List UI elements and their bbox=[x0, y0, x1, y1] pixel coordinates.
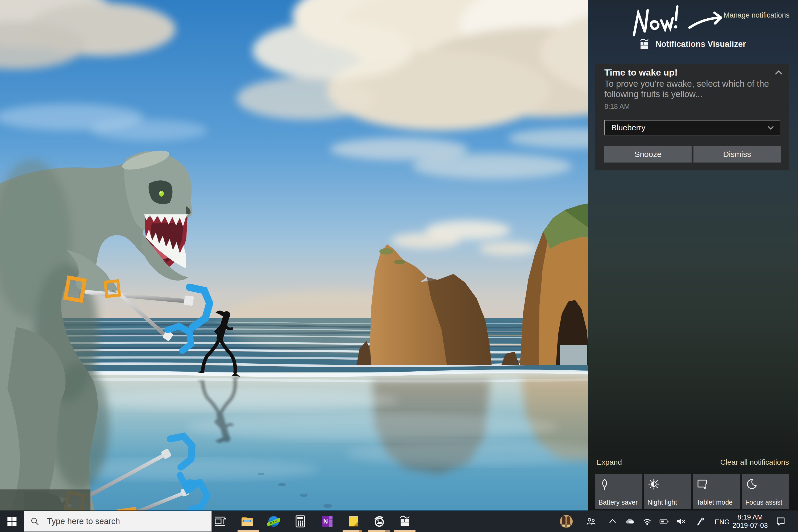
quick-action-tablet-mode[interactable]: Tablet mode bbox=[693, 474, 740, 509]
notification-title: Time to wake up! bbox=[604, 67, 678, 78]
photos-icon bbox=[373, 515, 386, 528]
calculator-icon bbox=[294, 515, 307, 528]
tile-label: Focus assist bbox=[745, 498, 782, 506]
expand-link[interactable]: Expand bbox=[597, 458, 622, 467]
quick-action-battery-saver[interactable]: Battery saver bbox=[595, 474, 642, 509]
moon-icon bbox=[746, 478, 758, 490]
onenote-icon: N bbox=[321, 515, 334, 528]
start-button[interactable] bbox=[0, 510, 24, 532]
sun-icon bbox=[648, 478, 660, 490]
wifi-icon[interactable] bbox=[642, 517, 652, 526]
avatar[interactable] bbox=[560, 515, 573, 528]
notifications-visualizer-button[interactable] bbox=[393, 510, 417, 532]
notification-actions: Snooze Dismiss bbox=[604, 146, 781, 163]
search-icon bbox=[31, 517, 39, 526]
volume-muted-icon[interactable] bbox=[676, 517, 686, 526]
calculator-button[interactable] bbox=[289, 510, 312, 532]
edge-dev-icon: DEV bbox=[267, 515, 280, 528]
group-header-label: Notifications Visualizer bbox=[656, 39, 746, 49]
running-indicator bbox=[343, 530, 359, 532]
svg-text:N: N bbox=[323, 518, 328, 525]
action-center-icon[interactable] bbox=[776, 516, 786, 527]
notification-group-header[interactable]: Notifications Visualizer bbox=[588, 38, 798, 50]
notification-body: To prove you're awake, select which of t… bbox=[604, 78, 781, 99]
task-view-icon bbox=[214, 515, 227, 528]
snooze-button[interactable]: Snooze bbox=[604, 146, 691, 163]
action-center-panel: Manage notifications Notifications Visua… bbox=[588, 0, 798, 510]
battery-icon[interactable] bbox=[660, 517, 669, 526]
leaf-icon bbox=[599, 478, 610, 491]
quick-action-night-light[interactable]: Night light bbox=[644, 474, 691, 509]
onenote-button[interactable]: N bbox=[316, 510, 339, 532]
clock-date: 2019-07-03 bbox=[732, 521, 769, 530]
onedrive-icon[interactable] bbox=[625, 517, 635, 526]
notifications-visualizer-app-icon bbox=[398, 515, 411, 528]
tile-label: Night light bbox=[647, 498, 677, 506]
tile-label: Tablet mode bbox=[697, 498, 733, 506]
sticky-notes-button[interactable] bbox=[342, 510, 365, 532]
running-indicator bbox=[238, 530, 259, 532]
running-indicator bbox=[368, 530, 385, 532]
photos-button[interactable] bbox=[367, 510, 391, 532]
edge-dev-button[interactable]: DEV bbox=[262, 510, 285, 532]
running-indicator bbox=[385, 530, 390, 532]
handwritten-new-annotation bbox=[623, 0, 737, 42]
dismiss-button[interactable]: Dismiss bbox=[694, 146, 781, 163]
clear-all-notifications-link[interactable]: Clear all notifications bbox=[720, 458, 789, 467]
notifications-visualizer-icon bbox=[640, 38, 648, 50]
clock[interactable]: 8:19 AM 2019-07-03 bbox=[732, 513, 769, 530]
language-indicator[interactable]: ENG bbox=[715, 518, 730, 526]
search-input[interactable] bbox=[46, 516, 196, 527]
people-icon[interactable] bbox=[586, 517, 595, 526]
taskbar-search[interactable] bbox=[24, 511, 212, 532]
running-indicator bbox=[359, 530, 362, 532]
chevron-up-icon[interactable] bbox=[608, 517, 618, 526]
quick-action-focus-assist[interactable]: Focus assist bbox=[742, 474, 789, 509]
file-explorer-button[interactable] bbox=[235, 510, 259, 532]
windows-ink-icon[interactable] bbox=[695, 517, 705, 526]
chevron-down-icon bbox=[767, 126, 774, 130]
notification-card[interactable]: Time to wake up! To prove you're awake, … bbox=[595, 63, 789, 170]
quick-actions-row: Battery saver Night light bbox=[595, 474, 789, 509]
clock-time: 8:19 AM bbox=[732, 513, 769, 521]
tile-label: Battery saver bbox=[598, 498, 638, 506]
sticky-notes-icon bbox=[347, 515, 359, 528]
manage-notifications-link[interactable]: Manage notifications bbox=[723, 11, 790, 19]
running-indicator bbox=[394, 530, 416, 532]
collapse-chevron-icon[interactable] bbox=[775, 71, 782, 75]
windows-logo-icon bbox=[7, 517, 17, 526]
tablet-touch-icon bbox=[697, 478, 709, 490]
fruit-dropdown[interactable]: Blueberry bbox=[604, 120, 780, 135]
task-view-button[interactable] bbox=[209, 510, 232, 532]
dropdown-selected-value: Blueberry bbox=[611, 123, 645, 132]
file-explorer-icon bbox=[241, 515, 254, 528]
notification-timestamp: 8:18 AM bbox=[604, 102, 630, 111]
